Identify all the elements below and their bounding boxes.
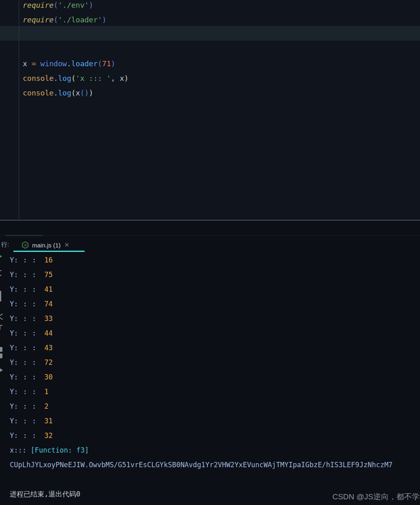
run-console-panel[interactable]: 行: JS main.js (1) ✕ Y:::16 Y:::75 Y:::41… [0,221,420,505]
tab-main-js[interactable]: JS main.js (1) ✕ [13,239,70,251]
code-line: console.log('x ::: ', x) [0,71,420,86]
clear-console-icon[interactable] [0,347,2,352]
output-line: Y:::30 [0,370,420,384]
code-line [0,42,420,56]
console-output[interactable]: Y:::16 Y:::75 Y:::41 Y:::74 Y:::33 Y:::4… [0,253,420,501]
sort-icon[interactable] [0,317,3,320]
output-line: Y:::41 [0,282,420,297]
code-line: console.log(x()) [0,86,420,100]
output-line: Y:::32 [0,428,420,443]
output-line: Y:::75 [0,267,420,282]
output-line-result: x::: [Function: f3] [0,443,420,457]
run-toolbar-strip [0,221,4,505]
sort-icon[interactable] [0,314,3,316]
output-line: Y:::31 [0,414,420,428]
restart-icon[interactable] [0,270,2,276]
active-tab-indicator [13,251,85,252]
tab-label: main.js (1) [32,242,61,249]
ide-window: require('./env') require('./loader') x =… [0,0,420,505]
output-line-hash: CUpLhJYLxoyPNeEJIW.OwvbMS/G51vrEsCLGYkSB… [0,457,420,472]
scroll-to-end-icon[interactable] [0,367,3,373]
code-lines: require('./env') require('./loader') x =… [0,0,420,100]
output-line: Y:::43 [0,340,420,355]
stop-icon[interactable] [0,291,1,301]
code-editor[interactable]: require('./env') require('./loader') x =… [0,0,420,220]
clear-console-icon[interactable] [0,353,2,358]
soft-wrap-icon[interactable] [0,325,0,330]
output-line: Y:::72 [0,355,420,370]
output-line: Y:::1 [0,384,420,399]
code-line [0,27,420,42]
tab-close-icon[interactable]: ✕ [64,241,70,249]
output-line: Y:::2 [0,399,420,414]
tabstrip-border [0,235,420,236]
output-line: Y:::16 [0,253,420,267]
output-line-empty [0,472,420,487]
code-line: x = window.loader(71) [0,56,420,71]
tabstrip-border-highlight [6,235,43,236]
csdn-watermark: CSDN @JS逆向，都不学 [332,492,420,502]
output-line: Y:::44 [0,326,420,340]
rerun-icon[interactable] [0,254,2,258]
nodejs-icon: JS [22,241,29,249]
output-line: Y:::74 [0,297,420,311]
code-line: require('./loader') [0,13,420,27]
code-line: require('./env') [0,0,420,13]
svg-text:JS: JS [24,243,27,246]
output-line: Y:::33 [0,311,420,326]
